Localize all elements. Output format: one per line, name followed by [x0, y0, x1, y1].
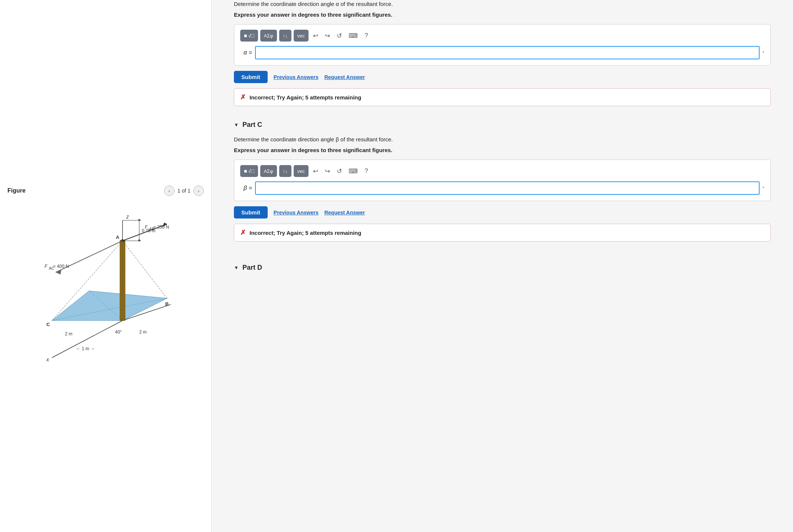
figure-prev-button[interactable]: ‹	[164, 185, 174, 196]
part-b-feedback: ✗ Incorrect; Try Again; 5 attempts remai…	[234, 88, 771, 106]
part-c-submit-row: Submit Previous Answers Request Answer	[234, 206, 771, 219]
redo-button-b[interactable]: ↪	[323, 30, 332, 42]
part-b-instruction: Express your answer in degrees to three …	[234, 11, 771, 19]
part-c-unit: °	[763, 185, 764, 191]
figure-nav-label: 1 of 1	[177, 188, 190, 194]
part-b-unit: °	[763, 50, 764, 56]
svg-text:= 250 N: = 250 N	[153, 224, 169, 230]
part-c-answer-box: ■ √□ AΣφ ↑↓ vec ↩ ↪ ↺ ⌨ ?	[234, 160, 771, 201]
vec-button-c[interactable]: vec	[294, 165, 309, 177]
part-b-previous-answers-button[interactable]: Previous Answers	[274, 74, 319, 80]
part-c-feedback-text: Incorrect; Try Again; 5 attempts remaini…	[249, 230, 361, 236]
help-button-c[interactable]: ?	[362, 165, 370, 177]
part-c-section: ▼ Part C Determine the coordinate direct…	[234, 121, 771, 242]
figure-image: y x z A 0.75 m	[7, 202, 204, 362]
part-d-label: Part D	[242, 264, 262, 272]
svg-marker-0	[52, 291, 167, 321]
aso-button-c[interactable]: AΣφ	[260, 165, 277, 177]
keyboard-button-b[interactable]: ⌨	[346, 30, 360, 42]
part-b-input[interactable]	[255, 46, 760, 59]
svg-text:2 m: 2 m	[65, 331, 72, 336]
svg-line-5	[52, 321, 123, 358]
part-c-input[interactable]	[255, 181, 760, 195]
refresh-button-b[interactable]: ↺	[335, 30, 344, 42]
part-b-submit-row: Submit Previous Answers Request Answer	[234, 71, 771, 83]
sqrt-button-c[interactable]: ■ √□	[240, 165, 258, 177]
svg-text:← 1 m →: ← 1 m →	[76, 346, 95, 351]
part-d-arrow[interactable]: ▼	[234, 265, 239, 270]
part-b-description: Determine the coordinate direction angle…	[234, 0, 771, 9]
figure-next-button[interactable]: ›	[193, 185, 204, 196]
figure-navigation: ‹ 1 of 1 ›	[164, 185, 204, 196]
svg-line-27	[123, 241, 167, 298]
vec-label-b: vec	[297, 33, 305, 39]
part-c-label: Part C	[242, 121, 262, 129]
svg-text:F: F	[145, 224, 148, 230]
arrows-button-c[interactable]: ↑↓	[279, 165, 291, 177]
part-d-header: ▼ Part D	[234, 256, 771, 272]
keyboard-button-c[interactable]: ⌨	[346, 165, 360, 177]
part-c-instruction: Express your answer in degrees to three …	[234, 146, 771, 155]
svg-text:x: x	[46, 357, 49, 361]
matrix-icon-c: ■	[244, 168, 247, 174]
svg-text:z: z	[126, 214, 129, 220]
part-c-submit-button[interactable]: Submit	[234, 206, 268, 219]
part-b-answer-box: ■ √□ AΣφ ↑↓ vec ↩ ↪ ↺ ⌨ ?	[234, 24, 771, 66]
arrows-button-b[interactable]: ↑↓	[279, 30, 291, 42]
part-b-feedback-icon: ✗	[240, 93, 246, 101]
vec-button-b[interactable]: vec	[294, 30, 309, 42]
part-b-request-answer-button[interactable]: Request Answer	[324, 74, 365, 80]
undo-button-b[interactable]: ↩	[311, 30, 320, 42]
svg-text:2 m: 2 m	[139, 329, 147, 335]
part-b-feedback-text: Incorrect; Try Again; 5 attempts remaini…	[249, 94, 361, 101]
figure-svg: y x z A 0.75 m	[7, 202, 171, 361]
part-c-arrow[interactable]: ▼	[234, 122, 239, 128]
part-c-description: Determine the coordinate direction angle…	[234, 135, 771, 144]
part-b-var-label: α =	[240, 49, 252, 56]
svg-text:= 400 N: = 400 N	[53, 264, 69, 269]
part-b-section: Determine the coordinate direction angle…	[234, 0, 771, 106]
svg-text:B: B	[165, 301, 169, 307]
svg-text:C: C	[46, 322, 50, 327]
sqrt-label-c: √□	[248, 168, 254, 174]
aso-label-b: AΣφ	[264, 33, 273, 39]
figure-title: Figure	[7, 187, 26, 194]
vec-label-c: vec	[297, 168, 305, 174]
part-c-feedback: ✗ Incorrect; Try Again; 5 attempts remai…	[234, 224, 771, 242]
sqrt-button-b[interactable]: ■ √□	[240, 30, 258, 42]
refresh-button-c[interactable]: ↺	[335, 165, 344, 177]
arrows-label-c: ↑↓	[283, 168, 288, 174]
part-c-previous-answers-button[interactable]: Previous Answers	[274, 210, 319, 216]
aso-label-c: AΣφ	[264, 168, 273, 174]
aso-button-b[interactable]: AΣφ	[260, 30, 277, 42]
part-c-request-answer-button[interactable]: Request Answer	[324, 210, 365, 216]
undo-button-c[interactable]: ↩	[311, 165, 320, 177]
part-c-toolbar: ■ √□ AΣφ ↑↓ vec ↩ ↪ ↺ ⌨ ?	[240, 165, 764, 177]
part-b-submit-button[interactable]: Submit	[234, 71, 268, 83]
svg-text:A: A	[116, 234, 120, 240]
part-c-var-label: β =	[240, 185, 252, 191]
svg-text:40°: 40°	[115, 329, 122, 335]
matrix-icon-b: ■	[244, 33, 247, 39]
part-c-feedback-icon: ✗	[240, 229, 246, 237]
part-b-toolbar: ■ √□ AΣφ ↑↓ vec ↩ ↪ ↺ ⌨ ?	[240, 30, 764, 42]
help-button-b[interactable]: ?	[362, 30, 370, 42]
part-c-header: ▼ Part C	[234, 121, 771, 129]
arrows-label-b: ↑↓	[283, 33, 288, 39]
redo-button-c[interactable]: ↪	[323, 165, 332, 177]
svg-text:F: F	[45, 264, 48, 269]
sqrt-label-b: √□	[248, 33, 254, 39]
